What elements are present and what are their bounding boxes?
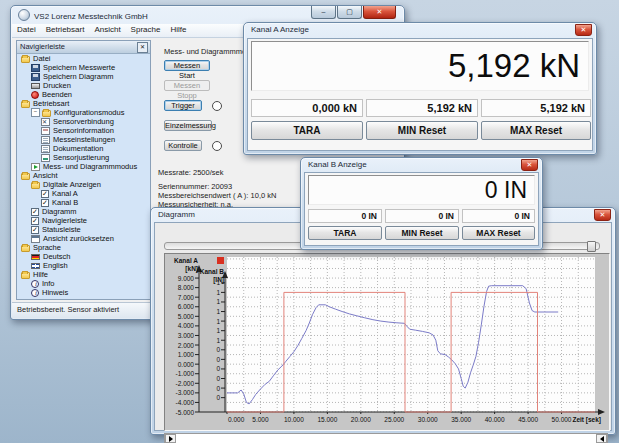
- minimize-button[interactable]: –: [311, 6, 336, 19]
- nav-panel-close-icon[interactable]: ✕: [137, 42, 148, 53]
- messen-stopp-button[interactable]: Messen Stopp: [164, 80, 210, 91]
- tree-item-drucken[interactable]: Drucken: [18, 81, 149, 90]
- svg-text:7.000: 7.000: [178, 294, 195, 301]
- tree-item-info[interactable]: Info: [18, 279, 149, 288]
- svg-text:10.000: 10.000: [284, 416, 304, 423]
- tree-item-dokumentation[interactable]: Dokumentation: [18, 144, 149, 153]
- messen-start-button[interactable]: Messen Start: [164, 60, 210, 71]
- tree-item-label: Drucken: [43, 81, 71, 90]
- tree-item-speichern-diagramm[interactable]: Speichern Diagramm: [18, 72, 149, 81]
- navigation-panel: Navigierleiste ✕ DateiSpeichern Messwert…: [16, 40, 151, 300]
- tree-item-diagramm[interactable]: Diagramm: [18, 207, 149, 216]
- tree-item-hinweis[interactable]: Hinweis: [18, 288, 149, 297]
- tree-item-sensorverbindung[interactable]: Sensorverbindung: [18, 117, 149, 126]
- tree-item-label: Hilfe: [33, 270, 48, 279]
- main-window-title: VS2 Lorenz Messtechnik GmbH: [34, 12, 148, 21]
- svg-text:-3.000: -3.000: [176, 389, 195, 396]
- tree-item-digitale-anzeigen[interactable]: Digitale Anzeigen: [18, 180, 149, 189]
- tree-expander-icon[interactable]: −: [31, 108, 40, 117]
- tree-item-ansicht[interactable]: Ansicht: [18, 171, 149, 180]
- menu-item-ansicht[interactable]: Ansicht: [89, 24, 125, 34]
- tree-item-hilfe[interactable]: Hilfe: [18, 270, 149, 279]
- svg-text:1.000: 1.000: [178, 351, 195, 358]
- svg-text:3.000: 3.000: [178, 332, 195, 339]
- svg-text:[kN]: [kN]: [185, 265, 198, 273]
- diagram-close-button[interactable]: ✕: [594, 209, 611, 221]
- tree-item-betriebsart[interactable]: Betriebsart: [18, 99, 149, 108]
- close-button[interactable]: ✕: [363, 6, 396, 19]
- svg-text:1: 1: [216, 298, 220, 305]
- chart-frame: 9.0008.0007.0006.0005.0004.0003.0002.000…: [164, 253, 610, 431]
- tree-item-label: Info: [42, 279, 55, 288]
- tree-item-sensorjustierung[interactable]: Sensorjustierung: [18, 153, 149, 162]
- svg-text:-1.000: -1.000: [176, 370, 195, 377]
- tree-item-messeinstellungen[interactable]: Messeinstellungen: [18, 135, 149, 144]
- checkbox-icon: [41, 199, 49, 207]
- navigation-tree: DateiSpeichern MesswerteSpeichern Diagra…: [18, 53, 149, 298]
- diagram-body: 9.0008.0007.0006.0005.0004.0003.0002.000…: [154, 222, 612, 431]
- menu-item-datei[interactable]: Datei: [12, 24, 41, 34]
- svg-text:6.000: 6.000: [178, 303, 195, 310]
- tree-item-beenden[interactable]: Beenden: [18, 90, 149, 99]
- svg-text:5.000: 5.000: [252, 416, 269, 423]
- diagram-horizontal-scrollbar[interactable]: [164, 433, 608, 443]
- tree-item-mess-und-diagrammmodus[interactable]: Mess- und Diagrammmodus: [18, 162, 149, 171]
- kanal-b-close-button[interactable]: ✕: [521, 159, 538, 171]
- chart-canvas[interactable]: 9.0008.0007.0006.0005.0004.0003.0002.000…: [165, 254, 607, 432]
- tree-item-navigierleiste[interactable]: Navigierleiste: [18, 216, 149, 225]
- tree-item-english[interactable]: English: [18, 261, 149, 270]
- kanal-a-min-reset-button[interactable]: MIN Reset: [366, 121, 478, 140]
- svg-text:Kanal A: Kanal A: [174, 257, 198, 264]
- tree-item-deutsch[interactable]: Deutsch: [18, 252, 149, 261]
- info-line-0: Messrate: 2500/sek: [158, 168, 223, 177]
- menu-item-hilfe[interactable]: Hilfe: [165, 24, 191, 34]
- svg-text:45.000: 45.000: [518, 416, 538, 423]
- doc-icon: [41, 145, 50, 153]
- kanal-a-max-reset-button[interactable]: MAX Reset: [481, 121, 591, 140]
- tree-item-statusleiste[interactable]: Statusleiste: [18, 225, 149, 234]
- connector-icon: [41, 118, 50, 126]
- tree-item-label: Navigierleiste: [42, 216, 87, 225]
- folder-icon: [31, 182, 40, 189]
- scroll-right-button[interactable]: [596, 434, 607, 443]
- kanal-b-tara-button[interactable]: TARA: [308, 226, 382, 240]
- kanal-a-tara-button[interactable]: TARA: [251, 121, 363, 140]
- kanal-a-close-button[interactable]: ✕: [575, 24, 592, 36]
- tree-item-sensorinformation[interactable]: Sensorinformation: [18, 126, 149, 135]
- kontrolle-led-indicator: [212, 141, 222, 151]
- kanal-b-max-value: 0 IN: [462, 209, 535, 223]
- svg-text:0: 0: [216, 356, 220, 363]
- kanal-a-body: 5,192 kN 0,000 kN 5,192 kN 5,192 kN TARA…: [247, 38, 593, 151]
- svg-text:30.000: 30.000: [418, 416, 438, 423]
- tree-item-sprache[interactable]: Sprache: [18, 243, 149, 252]
- tree-item-kanal-b[interactable]: Kanal B: [18, 198, 149, 207]
- scroll-left-button[interactable]: [165, 434, 176, 443]
- tree-item-ansicht-zur-cksetzen[interactable]: Ansicht zurücksetzen: [18, 234, 149, 243]
- menu-item-sprache[interactable]: Sprache: [126, 24, 166, 34]
- diagram-window-title: Diagramm: [158, 210, 195, 219]
- kanal-b-min-reset-button[interactable]: MIN Reset: [385, 226, 459, 240]
- tree-item-datei[interactable]: Datei: [18, 54, 149, 63]
- svg-text:[IN]: [IN]: [213, 276, 224, 284]
- kanal-a-tara-value: 0,000 kN: [251, 99, 363, 117]
- adjust-icon: [41, 154, 50, 162]
- tree-item-label: Kanal A: [52, 189, 78, 198]
- diagram-slider-thumb[interactable]: [587, 241, 596, 252]
- svg-text:9.000: 9.000: [178, 275, 195, 282]
- printer-icon: [31, 83, 40, 89]
- kontrolle-button[interactable]: Kontrolle: [164, 140, 202, 151]
- tree-item-kanal-a[interactable]: Kanal A: [18, 189, 149, 198]
- tree-item-label: Deutsch: [43, 252, 71, 261]
- tree-item-label: Mess- und Diagrammmodus: [43, 162, 137, 171]
- tree-item-konfigurationsmodus[interactable]: −Konfigurationsmodus: [18, 108, 149, 117]
- caption-buttons: – ▢ ✕: [310, 6, 396, 19]
- menu-item-betriebsart[interactable]: Betriebsart: [41, 24, 90, 34]
- svg-text:4.000: 4.000: [178, 322, 195, 329]
- einzelmessung-button[interactable]: Einzelmessung: [164, 120, 212, 131]
- tree-item-speichern-messwerte[interactable]: Speichern Messwerte: [18, 63, 149, 72]
- kanal-a-titlebar[interactable]: Kanal A Anzeige: [244, 23, 596, 39]
- maximize-button[interactable]: ▢: [337, 6, 362, 19]
- trigger-button[interactable]: Trigger: [164, 100, 202, 111]
- kanal-b-max-reset-button[interactable]: MAX Reset: [462, 226, 535, 240]
- folder-icon: [42, 110, 51, 117]
